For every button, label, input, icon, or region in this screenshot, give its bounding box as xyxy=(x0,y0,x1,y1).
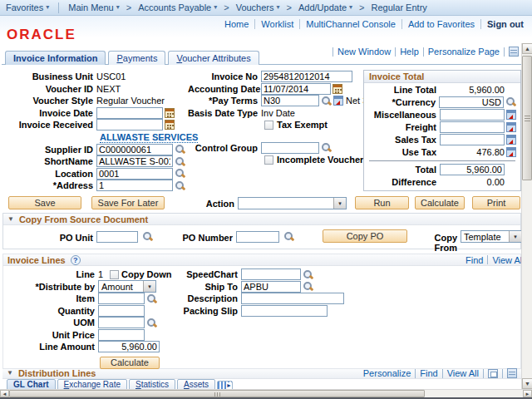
run-button[interactable]: Run xyxy=(355,196,409,209)
control-group-input[interactable] xyxy=(261,142,319,154)
vertical-scrollbar-thumb[interactable] xyxy=(522,56,532,180)
sales-tax-input[interactable] xyxy=(440,134,505,145)
find-link[interactable]: Find xyxy=(420,368,437,378)
favorites-menu[interactable]: Favorites ▾ xyxy=(0,0,55,15)
save-for-later-button[interactable]: Save For Later xyxy=(91,196,165,209)
scroll-down-arrow[interactable]: ▼ xyxy=(522,378,532,389)
copy-from-select[interactable]: Template ▾ xyxy=(461,230,522,243)
packing-slip-input[interactable] xyxy=(241,305,328,317)
copy-po-button[interactable]: Copy PO xyxy=(323,229,407,243)
lookup-icon[interactable] xyxy=(142,231,153,242)
chevron-down-icon: ▾ xyxy=(214,4,217,11)
po-number-input[interactable] xyxy=(236,231,279,243)
invoice-no-label: Invoice No xyxy=(188,71,261,81)
action-select[interactable]: ▾ xyxy=(238,197,347,209)
download-grid-icon[interactable] xyxy=(507,368,517,378)
basis-date-type-value: Inv Date xyxy=(261,108,295,118)
distribute-by-select[interactable]: Amount ▾ xyxy=(98,280,156,293)
view-all-link[interactable]: View All xyxy=(447,368,479,378)
quantity-input[interactable] xyxy=(98,305,145,317)
total-input[interactable] xyxy=(440,164,505,175)
calculate-button[interactable]: Calculate xyxy=(415,196,465,209)
find-link[interactable]: Find xyxy=(466,255,483,265)
lookup-icon[interactable] xyxy=(321,96,332,106)
miscellaneous-detail-icon[interactable] xyxy=(506,110,516,120)
multichannel-console-link[interactable]: MultiChannel Console xyxy=(306,19,396,29)
home-link[interactable]: Home xyxy=(224,19,249,29)
invoice-date-input[interactable] xyxy=(96,107,163,119)
lookup-icon[interactable] xyxy=(303,281,313,292)
use-tax-detail-icon[interactable] xyxy=(506,147,516,157)
sales-tax-detail-icon[interactable] xyxy=(506,135,516,145)
save-button[interactable]: Save xyxy=(8,196,81,209)
calendar-icon[interactable] xyxy=(165,120,175,130)
accounting-date-input[interactable] xyxy=(261,83,331,95)
breadcrumb-add-update[interactable]: Add/Update ▾ xyxy=(293,0,358,15)
lookup-icon[interactable] xyxy=(175,156,185,167)
uom-input[interactable] xyxy=(98,317,145,328)
lookup-icon[interactable] xyxy=(146,318,157,328)
po-unit-input[interactable] xyxy=(96,231,138,243)
scroll-up-arrow[interactable]: ▲ xyxy=(522,43,532,54)
lookup-icon[interactable] xyxy=(303,269,313,280)
banner: Home Worklist MultiChannel Console Add t… xyxy=(0,16,532,43)
zoom-grid-icon[interactable] xyxy=(488,369,498,378)
invoice-no-input[interactable] xyxy=(261,71,352,82)
help-link[interactable]: Help xyxy=(400,47,419,57)
pay-terms-input[interactable] xyxy=(261,95,319,106)
speedchart-label: SpeedChart xyxy=(168,269,241,279)
invoice-received-input[interactable] xyxy=(96,119,163,131)
worklist-link[interactable]: Worklist xyxy=(261,19,293,29)
lookup-icon[interactable] xyxy=(175,168,185,179)
breadcrumb-accounts-payable[interactable]: Accounts Payable ▾ xyxy=(132,0,223,15)
line-amount-input[interactable] xyxy=(98,341,160,352)
new-window-link[interactable]: New Window xyxy=(337,47,391,57)
pay-terms-detail-icon[interactable] xyxy=(333,96,343,106)
ship-to-input[interactable] xyxy=(241,281,301,293)
supplier-id-input[interactable] xyxy=(96,144,173,155)
shortname-input[interactable] xyxy=(96,155,173,167)
collapse-icon[interactable]: ▼ xyxy=(7,216,14,223)
freight-detail-icon[interactable] xyxy=(506,122,516,132)
scroll-right-arrow[interactable]: ► xyxy=(523,390,532,397)
tax-exempt-label: Tax Exempt xyxy=(277,120,328,130)
lookup-icon[interactable] xyxy=(146,293,157,304)
main-menu[interactable]: Main Menu ▾ xyxy=(62,0,125,15)
calendar-icon[interactable] xyxy=(332,84,342,94)
tab-invoice-information[interactable]: Invoice Information xyxy=(5,51,106,65)
horizontal-scrollbar-thumb[interactable] xyxy=(9,390,425,397)
miscellaneous-input[interactable] xyxy=(440,109,505,121)
lookup-icon[interactable] xyxy=(505,96,516,107)
tab-voucher-attributes[interactable]: Voucher Attributes xyxy=(168,51,259,65)
print-button[interactable]: Print xyxy=(472,196,520,209)
breadcrumb-vouchers[interactable]: Vouchers ▾ xyxy=(230,0,286,15)
personalize-layout-icon[interactable] xyxy=(509,47,519,57)
view-all-link[interactable]: View All xyxy=(492,255,524,265)
copy-down-checkbox[interactable] xyxy=(110,270,119,279)
speedchart-input[interactable] xyxy=(241,268,301,280)
personalize-link[interactable]: Personalize xyxy=(363,368,411,378)
sales-tax-label: Sales Tax xyxy=(368,135,440,145)
location-input[interactable] xyxy=(96,168,173,180)
add-to-favorites-link[interactable]: Add to Favorites xyxy=(408,19,475,29)
description-input[interactable] xyxy=(241,293,344,304)
address-input[interactable] xyxy=(96,180,173,191)
tab-payments[interactable]: Payments xyxy=(108,51,165,65)
freight-input[interactable] xyxy=(440,121,505,133)
lookup-icon[interactable] xyxy=(175,180,185,191)
lookup-icon[interactable] xyxy=(321,142,332,153)
tax-exempt-checkbox[interactable] xyxy=(264,121,273,130)
help-icon[interactable]: ? xyxy=(71,255,81,265)
lookup-icon[interactable] xyxy=(175,144,185,155)
lookup-icon[interactable] xyxy=(283,231,294,242)
collapse-icon[interactable]: ▼ xyxy=(7,370,13,377)
calendar-icon[interactable] xyxy=(165,108,175,118)
currency-input[interactable] xyxy=(439,96,504,108)
incomplete-voucher-checkbox[interactable] xyxy=(264,155,273,165)
sign-out-link[interactable]: Sign out xyxy=(487,19,524,29)
unit-price-input[interactable] xyxy=(98,329,145,341)
item-input[interactable] xyxy=(98,293,145,304)
line-calculate-button[interactable]: Calculate xyxy=(100,357,160,369)
scroll-left-arrow[interactable]: ◄ xyxy=(0,390,9,397)
personalize-page-link[interactable]: Personalize Page xyxy=(428,47,500,57)
